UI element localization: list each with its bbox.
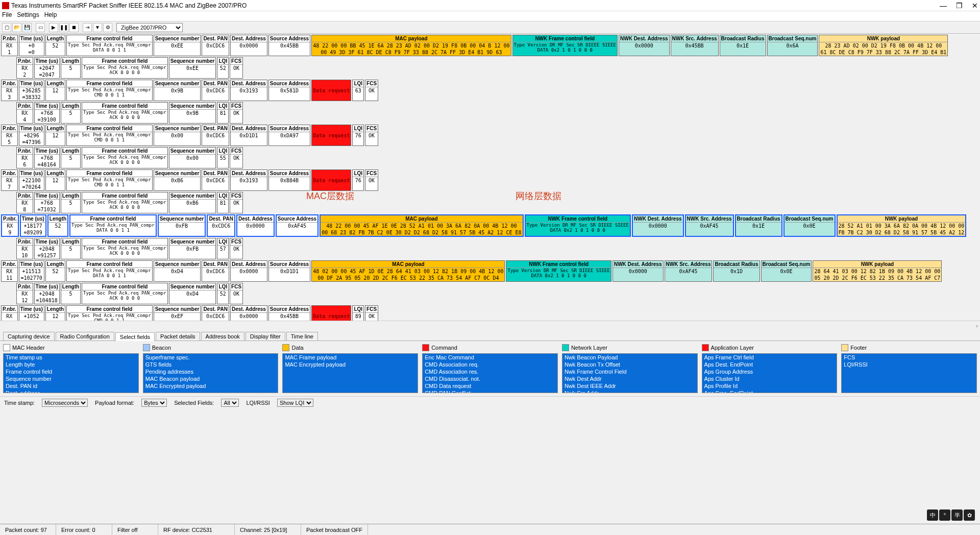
field-list-item[interactable]: Nwk Dest Addr [562, 375, 697, 382]
field-list-item[interactable]: Nwk Dest IEEE Addr [562, 382, 697, 390]
pnbr-cell: P.nbr.RX6 [16, 147, 33, 168]
menu-settings[interactable]: Settings [17, 11, 39, 21]
field-list-item[interactable]: MAC Frame payload [283, 354, 418, 361]
field-list-item[interactable]: MAC Encrypted payload [283, 361, 418, 368]
scroll-down-icon[interactable]: ▼ [93, 23, 102, 32]
field-list-item[interactable]: Sequence number [4, 375, 138, 382]
field-group-label: Command [431, 345, 457, 351]
clear-icon[interactable]: ▭ [36, 23, 45, 32]
field-list[interactable]: Enc Mac CommandCMD Association req.CMD A… [422, 353, 558, 393]
field-list[interactable]: MAC Frame payloadMAC Encrypted payload [282, 353, 418, 393]
dest-pan-cell: Dest. PAN0xCDC6 [202, 260, 229, 282]
pnbr-cell: P.nbr.RX9 [1, 214, 19, 237]
payload-format-select[interactable]: Bytes [141, 399, 167, 407]
packet-row[interactable]: P.nbr.RX3Time (us)+36285=38332Length12Fr… [1, 80, 979, 101]
lqi-rssi-select[interactable]: Show LQI [277, 399, 313, 407]
payload-format-label: Payload format: [95, 400, 134, 406]
field-list-item[interactable]: Dest. PAN id [4, 382, 138, 390]
packet-row[interactable]: P.nbr.RX11Time (us)+11513=102770Length52… [1, 260, 979, 282]
maximize-button[interactable]: ❐ [956, 2, 963, 10]
pnbr-cell: P.nbr.RX3 [1, 80, 18, 101]
field-list-item[interactable]: FCS [842, 354, 976, 361]
field-list-item[interactable]: Aps Dest. EndPoint [702, 361, 837, 368]
tab-time-line[interactable]: Time line [286, 332, 318, 341]
field-list-item[interactable]: CMD Association req. [423, 361, 557, 368]
open-icon[interactable]: 📂 [12, 23, 21, 32]
settings-icon[interactable]: ⚙ [103, 23, 112, 32]
lqi-cell: LQI81 [217, 102, 229, 124]
field-list[interactable]: Superframe spec.GTS fieldsPending addres… [143, 353, 279, 393]
field-list-item[interactable]: Superframe spec. [143, 354, 278, 361]
field-list-item[interactable]: Aps Frame Ctrl field [702, 354, 837, 361]
field-list-item[interactable]: Pending addresses [143, 368, 278, 375]
scroll-end-icon[interactable]: ⇥ [83, 23, 92, 32]
packet-row[interactable]: P.nbr.RX9Time (us)+18177=89209Length52Fr… [1, 214, 979, 237]
field-list-item[interactable]: Nwk Frame Control Field [562, 368, 697, 375]
field-list-item[interactable]: Time stamp us [4, 354, 138, 361]
field-list[interactable]: Time stamp usLength byteFrame control fi… [3, 353, 139, 393]
play-icon[interactable]: ▶ [49, 23, 58, 32]
packet-row[interactable]: P.nbr.RX4Time (us)+768=39100Length5Frame… [1, 102, 979, 124]
field-group-label: Application Layer [711, 345, 754, 351]
tab-display-filter[interactable]: Display filter [246, 332, 285, 341]
field-list-item[interactable]: Nwk Beacon Payload [562, 354, 697, 361]
field-list-item[interactable]: CMD Disassociat. not. [423, 375, 557, 382]
time-cell: Time (us)+768=48164 [34, 147, 60, 168]
dest-pan-cell: Dest. PAN0xCDC6 [202, 305, 229, 321]
field-list[interactable]: FCSLQI/RSSI [841, 353, 977, 393]
field-list-item[interactable]: Nwk Src Addr [562, 390, 697, 393]
packet-row[interactable]: P.nbr.RX1Time (us)+0=0Length52Frame cont… [1, 35, 979, 56]
timestamp-select[interactable]: Microseconds [42, 399, 88, 407]
packet-row[interactable]: P.nbr.RX7Time (us)+22100=70264Length12Fr… [1, 169, 979, 191]
field-list-item[interactable]: LQI/RSSI [842, 361, 976, 368]
field-list-item[interactable]: Aps Profile Id [702, 382, 837, 390]
field-list-item[interactable]: CMD PAN Conflict [423, 390, 557, 393]
tab-capturing-device[interactable]: Capturing device [3, 332, 55, 341]
packet-row[interactable]: P.nbr.RX13Time (us)+1052=105870Length12F… [1, 305, 979, 321]
tab-packet-details[interactable]: Packet details [156, 332, 200, 341]
tab-address-book[interactable]: Address book [201, 332, 244, 341]
tab-radio-configuration[interactable]: Radio Configuration [56, 332, 114, 341]
field-list[interactable]: Aps Frame Ctrl fieldAps Dest. EndPointAp… [702, 353, 838, 393]
nwk-fcf-cell: NWK Frame control fieldType Version DR M… [512, 35, 618, 56]
packet-row[interactable]: P.nbr.RX5Time (us)+8296=47396Length12Fra… [1, 125, 979, 146]
nwk-payload-cell: NWK payload28 23 AD 02 00 D2 19 F8 0B 00… [819, 35, 948, 56]
field-list-item[interactable]: MAC Beacon payload [143, 375, 278, 382]
field-list-item[interactable]: Dest. address [4, 390, 138, 393]
field-list[interactable]: Nwk Beacon PayloadNwk Beacon Tx OffsetNw… [562, 353, 698, 393]
field-list-item[interactable]: GTS fields [143, 361, 278, 368]
field-list-item[interactable]: Length byte [4, 361, 138, 368]
packet-row[interactable]: P.nbr.RX12Time (us)+2048=104818Length5Fr… [1, 283, 979, 304]
field-list-item[interactable]: MAC Encrypted payload [143, 382, 278, 390]
fcf-cell: Frame control fieldType Sec Pnd Ack.req … [82, 147, 168, 168]
field-list-item[interactable]: Aps Cluster Id [702, 375, 837, 382]
protocol-select[interactable]: ZigBee 2007/PRO [116, 23, 183, 32]
field-list-item[interactable]: Aps Group Address [702, 368, 837, 375]
horizontal-scrollbar[interactable]: › [0, 321, 980, 330]
selected-fields-select[interactable]: All [221, 399, 239, 407]
save-icon[interactable]: 💾 [22, 23, 32, 32]
menu-file[interactable]: File [2, 11, 12, 21]
packet-row[interactable]: P.nbr.RX10Time (us)+2048=91257Length5Fra… [1, 238, 979, 259]
field-list-item[interactable]: CMD Association res. [423, 368, 557, 375]
length-cell: Length5 [61, 283, 81, 304]
command-cell: Data request [311, 80, 351, 101]
field-list-item[interactable]: Aps Srce. EndPoint [702, 390, 837, 393]
lqi-cell: LQI81 [217, 192, 229, 213]
field-list-item[interactable]: Frame control field [4, 368, 138, 375]
tab-select-fields[interactable]: Select fields [115, 332, 155, 341]
close-button[interactable]: ✕ [972, 2, 978, 10]
pause-icon[interactable]: ❚❚ [59, 23, 68, 32]
packet-row[interactable]: P.nbr.RX6Time (us)+768=48164Length5Frame… [1, 147, 979, 168]
minimize-button[interactable]: — [940, 2, 947, 10]
packet-list[interactable]: MAC层数据 网络层数据 P.nbr.RX1Time (us)+0=0Lengt… [0, 34, 980, 321]
stop-icon[interactable]: ⏹ [69, 23, 79, 32]
field-list-item[interactable]: CMD Data request [423, 382, 557, 390]
menu-help[interactable]: Help [44, 11, 57, 21]
seq-cell: Sequence number0x9B [169, 102, 216, 124]
field-list-item[interactable]: Nwk Beacon Tx Offset [562, 361, 697, 368]
field-list-item[interactable]: Enc Mac Command [423, 354, 557, 361]
packet-row[interactable]: P.nbr.RX2Time (us)+2047=2047Length5Frame… [1, 57, 979, 79]
new-icon[interactable]: ▢ [2, 23, 11, 32]
packet-row[interactable]: P.nbr.RX8Time (us)+768=71032Length5Frame… [1, 192, 979, 213]
